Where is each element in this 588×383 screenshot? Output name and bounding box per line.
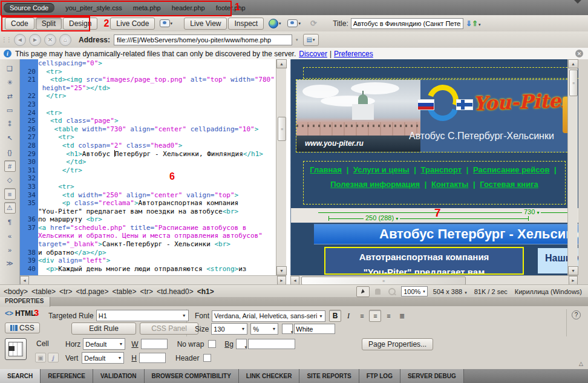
italic-button[interactable]: I <box>342 310 354 322</box>
live-code-button[interactable]: Live Code <box>110 18 155 30</box>
code-line[interactable]: "You-Piter" предлагает вам поездки на ав… <box>38 208 276 216</box>
tag-selector-item[interactable]: <td.head0> <box>157 287 194 296</box>
code-line[interactable]: </tr> <box>38 166 276 175</box>
design-hscroll-thumb[interactable]: ≡ <box>301 277 466 285</box>
bg-color-swatch[interactable] <box>236 339 247 349</box>
size-unit-dropdown[interactable]: %▼ <box>250 323 278 335</box>
apply-comment-icon[interactable]: ¶ <box>4 216 16 228</box>
file-tab-1[interactable]: you_piter_style.css <box>65 4 122 11</box>
code-vscroll-thumb[interactable]: ≡ <box>278 117 286 141</box>
preferences-link[interactable]: Preferences <box>334 50 373 58</box>
code-line[interactable]: <tr> <box>38 68 276 76</box>
open-documents-icon[interactable]: ❑ <box>4 63 16 74</box>
design-vertical-scrollbar[interactable]: ▲ ≡ ▼ <box>567 59 578 275</box>
scroll-down-icon[interactable]: ▼ <box>276 266 287 275</box>
horz-dropdown[interactable]: Default▼ <box>83 338 125 350</box>
code-line[interactable]: <table width="730" align="center" cellpa… <box>38 125 276 134</box>
text-color-swatch[interactable] <box>282 324 293 334</box>
tag-selector-item[interactable]: <body> <box>4 287 28 296</box>
panel-collapse-icon[interactable]: △ <box>579 361 583 367</box>
tag-selector-item[interactable]: <tr> <box>59 287 72 296</box>
nav-link[interactable]: Контакты <box>431 180 468 189</box>
design-document[interactable]: You-Piter Автобус С.Петербург-Хельсинки … <box>290 59 578 275</box>
live-view-button[interactable]: Live View <box>184 18 227 30</box>
code-line[interactable]: <div align="left"> <box>38 257 276 265</box>
format-source-icon[interactable]: » <box>4 244 16 255</box>
address-dropdown-icon[interactable]: ▾ <box>296 38 298 42</box>
code-line[interactable]: <tr> <box>38 183 276 191</box>
validate-page-icon[interactable]: ▾ <box>286 18 302 30</box>
code-line[interactable]: <p class="reclama">Автотранспортная комп… <box>38 199 276 208</box>
split-view-button[interactable]: Split <box>36 18 62 30</box>
results-tab-search[interactable]: SEARCH <box>0 369 41 383</box>
merge-cells-icon[interactable]: ▣ <box>35 353 46 362</box>
code-line[interactable]: <a href="schedule.php" title="Расписание… <box>38 224 276 232</box>
preview-browser-globe-icon[interactable]: ▾ <box>267 18 283 30</box>
code-line[interactable]: <p>Каждый день многие люди отправляются … <box>38 265 276 273</box>
nav-link[interactable]: Гостевая книга <box>480 180 538 189</box>
check-browser-compat-icon[interactable]: ▾ <box>158 18 174 30</box>
code-line[interactable]: и обратно</a></p> <box>38 249 276 257</box>
results-tab-reference[interactable]: REFERENCE <box>41 369 93 383</box>
page-properties-button[interactable]: Page Properties... <box>362 338 433 350</box>
width-label-730[interactable]: 730 ▾ <box>522 208 541 215</box>
width-label-250[interactable]: 250 (288) ▾ <box>364 214 400 221</box>
design-scroll-left-icon[interactable]: ◄ <box>290 276 299 285</box>
home-icon[interactable]: ⌂ <box>59 34 71 46</box>
help-icon[interactable]: ? <box>572 310 581 319</box>
company-card[interactable]: Автотранспортная компания "You-Piter" пр… <box>324 247 524 275</box>
font-dropdown[interactable]: Verdana, Arial, Helvetica, sans-serif▼ <box>212 310 325 322</box>
line-numbers-icon[interactable]: # <box>4 160 16 172</box>
nav-link[interactable]: Расписание рейсов <box>473 165 549 174</box>
scroll-left-icon[interactable]: ◄ <box>20 276 29 285</box>
back-icon[interactable]: ◄ <box>14 34 26 46</box>
magnification-dropdown[interactable]: 100%▾ <box>401 286 428 296</box>
code-line[interactable]: <h1>Автобус Петербург - Хельсинки, Финля… <box>38 150 276 159</box>
code-navigator-icon[interactable]: ✳ <box>4 77 16 88</box>
code-editor-pane[interactable]: 2021222324252627282930313233343536373839… <box>20 59 286 284</box>
vert-dropdown[interactable]: Default▼ <box>82 352 124 364</box>
results-tab-server-debug[interactable]: SERVER DEBUG <box>400 369 464 383</box>
window-size-dropdown[interactable]: 504 x 388 ▾ <box>433 288 467 295</box>
results-tab-ftp-log[interactable]: FTP LOG <box>359 369 400 383</box>
code-line[interactable]: height="25"></td> <box>38 84 276 93</box>
refresh-icon[interactable]: ⟳ <box>305 18 321 30</box>
results-tab-browser-compatibility[interactable]: BROWSER COMPATIBILITY <box>145 369 239 383</box>
design-horizontal-scrollbar[interactable]: ◄ ≡ ► <box>290 275 578 284</box>
page-title-input[interactable] <box>351 18 463 29</box>
code-line[interactable]: cellspacing="0"> <box>38 59 276 68</box>
code-line[interactable]: <tr> <box>38 109 276 117</box>
balance-braces-icon[interactable]: {} <box>4 146 16 158</box>
code-line[interactable]: Хельсинки и обратно. Цены и места отправ… <box>38 232 276 240</box>
tag-selector-item[interactable]: <h1> <box>197 287 214 296</box>
targeted-rule-dropdown[interactable]: H1▼ <box>96 310 189 321</box>
code-horizontal-scrollbar[interactable]: ◄ ► <box>20 275 286 284</box>
code-line[interactable]: </tr> <box>38 92 276 100</box>
code-view-button[interactable]: Code <box>5 18 34 30</box>
code-line[interactable] <box>38 100 276 109</box>
code-vertical-scrollbar[interactable]: ▲ ≡ ▼ <box>276 59 286 275</box>
code-text-area[interactable]: cellspacing="0"> <tr> <td><img src="imag… <box>38 59 276 275</box>
results-tab-link-checker[interactable]: LINK CHECKER <box>239 369 300 383</box>
css-mode-button[interactable]: CSS <box>5 322 40 333</box>
results-tab-site-reports[interactable]: SITE REPORTS <box>299 369 359 383</box>
scroll-up-icon[interactable]: ▲ <box>276 59 287 68</box>
scroll-right-icon[interactable]: ► <box>277 276 286 285</box>
view-options-icon[interactable]: ▤▾ <box>303 34 319 46</box>
align-center-icon[interactable]: ≡ <box>369 310 381 322</box>
align-justify-icon[interactable]: ≣ <box>396 310 408 322</box>
expand-all-icon[interactable]: ⁑ <box>4 119 16 130</box>
file-tab-2[interactable]: meta.php <box>133 4 161 11</box>
header-checkbox[interactable] <box>203 354 211 362</box>
site-banner[interactable]: You-Piter Автобус С.Петербург-Хельсинки … <box>296 79 570 152</box>
close-infobar-icon[interactable]: ✕ <box>575 50 583 57</box>
tag-selector-item[interactable]: <td.page> <box>76 287 108 296</box>
file-tab-3[interactable]: header.php <box>172 4 205 11</box>
nav-link[interactable]: Полезная информация <box>330 180 420 189</box>
highlight-invalid-icon[interactable]: ◇ <box>4 174 16 186</box>
page-top-cell[interactable] <box>303 67 578 79</box>
more-tools-icon[interactable]: ≫ <box>4 258 16 269</box>
zoom-tool-icon[interactable] <box>385 286 399 297</box>
design-view-pane[interactable]: You-Piter Автобус С.Петербург-Хельсинки … <box>290 59 588 284</box>
code-line[interactable]: <td><img src="images/page_top.png" alt="… <box>38 76 276 84</box>
